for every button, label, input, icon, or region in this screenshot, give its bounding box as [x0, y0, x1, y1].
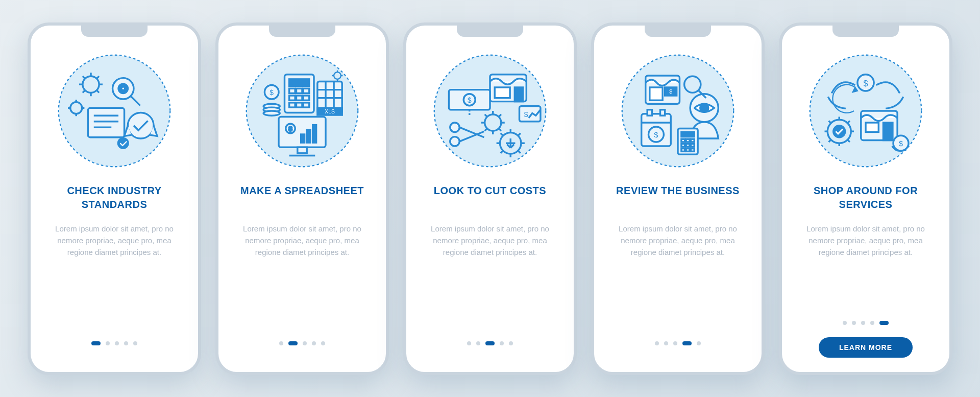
svg-rect-87	[681, 148, 685, 151]
dot-4[interactable]	[682, 341, 692, 345]
svg-rect-89	[691, 148, 694, 151]
dot-5[interactable]	[133, 341, 137, 345]
svg-text:$: $	[289, 126, 292, 132]
svg-point-100	[834, 125, 845, 137]
dot-5[interactable]	[879, 321, 889, 325]
slide-title: MAKE A SPREADSHEET	[235, 184, 369, 213]
onboarding-slide-3: $ $ LOOK TO CUT COSTS	[403, 22, 577, 375]
onboarding-slide-4: $ $	[591, 22, 765, 375]
svg-point-46	[263, 111, 280, 115]
phone-notch	[832, 26, 899, 37]
phone-notch	[269, 26, 335, 37]
dot-3[interactable]	[673, 341, 677, 345]
slide-title: CHECK INDUSTRY STANDARDS	[43, 184, 186, 213]
svg-rect-84	[681, 144, 685, 147]
svg-rect-83	[691, 139, 694, 142]
dot-1[interactable]	[279, 341, 283, 345]
slide-body: Lorem ipsum dolor sit amet, pro no nemor…	[231, 223, 374, 341]
pagination-dots	[467, 341, 513, 345]
svg-text:$: $	[654, 130, 658, 138]
pagination-dots	[655, 341, 701, 345]
dot-4[interactable]	[500, 341, 504, 345]
svg-rect-34	[303, 102, 309, 107]
slide-body: Lorem ipsum dolor sit amet, pro no nemor…	[606, 223, 749, 341]
dot-1[interactable]	[467, 341, 471, 345]
svg-text:XLS: XLS	[325, 108, 335, 114]
pagination-dots	[91, 341, 137, 345]
dot-5[interactable]	[321, 341, 325, 345]
svg-rect-22	[307, 129, 310, 142]
pagination-dots	[843, 321, 889, 325]
dot-2[interactable]	[476, 341, 480, 345]
dot-1[interactable]	[91, 341, 101, 345]
svg-text:$: $	[468, 96, 472, 104]
svg-rect-75	[660, 109, 665, 115]
dot-3[interactable]	[861, 321, 865, 325]
dot-2[interactable]	[288, 341, 298, 345]
svg-rect-80	[681, 132, 694, 136]
dot-2[interactable]	[664, 341, 668, 345]
svg-rect-17	[298, 147, 307, 153]
svg-rect-29	[289, 96, 296, 100]
svg-rect-30	[297, 96, 303, 100]
slide-body: Lorem ipsum dolor sit amet, pro no nemor…	[43, 223, 186, 341]
dot-4[interactable]	[312, 341, 316, 345]
phone-notch	[457, 26, 523, 37]
dot-3[interactable]	[485, 341, 495, 345]
phone-carousel: CHECK INDUSTRY STANDARDS Lorem ipsum dol…	[28, 22, 952, 375]
svg-point-57	[450, 123, 459, 132]
svg-text:$: $	[864, 78, 868, 87]
onboarding-slide-5: $ $	[779, 22, 952, 375]
cut-costs-icon: $ $	[431, 52, 549, 170]
svg-rect-68	[650, 87, 663, 100]
svg-point-11	[121, 86, 125, 90]
svg-rect-85	[686, 144, 690, 147]
svg-rect-74	[647, 109, 652, 115]
shop-icon: $ $	[807, 52, 924, 170]
svg-rect-33	[297, 102, 303, 107]
svg-rect-23	[313, 125, 316, 143]
svg-rect-26	[289, 88, 296, 93]
slide-title: REVIEW THE BUSINESS	[611, 184, 745, 213]
dot-2[interactable]	[852, 321, 856, 325]
svg-text:$: $	[524, 110, 528, 118]
svg-rect-81	[681, 139, 685, 142]
phone-notch	[645, 26, 711, 37]
learn-more-button[interactable]: LEARN MORE	[819, 337, 913, 358]
svg-point-58	[450, 136, 459, 146]
svg-text:$: $	[669, 88, 672, 94]
dot-5[interactable]	[509, 341, 513, 345]
slide-body: Lorem ipsum dolor sit amet, pro no nemor…	[794, 223, 937, 321]
slide-body: Lorem ipsum dolor sit amet, pro no nemor…	[419, 223, 561, 341]
phone-notch	[81, 26, 148, 37]
slide-title: SHOP AROUND FOR SERVICES	[794, 184, 937, 213]
spreadsheet-icon: $ XLS $	[243, 52, 361, 170]
dot-1[interactable]	[655, 341, 659, 345]
dot-2[interactable]	[106, 341, 110, 345]
dot-4[interactable]	[870, 321, 874, 325]
dot-4[interactable]	[124, 341, 128, 345]
svg-text:$: $	[899, 140, 903, 148]
svg-point-13	[117, 137, 129, 149]
dot-3[interactable]	[115, 341, 119, 345]
dot-3[interactable]	[303, 341, 307, 345]
svg-rect-28	[303, 88, 309, 93]
onboarding-slide-2: $ XLS $	[215, 22, 389, 375]
svg-rect-86	[691, 144, 694, 147]
svg-rect-51	[514, 87, 523, 102]
svg-rect-27	[297, 88, 303, 93]
svg-rect-21	[301, 134, 305, 143]
dot-1[interactable]	[843, 321, 847, 325]
pagination-dots	[279, 341, 325, 345]
svg-rect-31	[303, 96, 309, 100]
svg-rect-25	[289, 79, 309, 86]
slide-title: LOOK TO CUT COSTS	[429, 184, 551, 213]
svg-text:$: $	[270, 88, 274, 96]
svg-point-72	[700, 104, 708, 112]
svg-rect-88	[686, 148, 690, 151]
svg-rect-52	[495, 87, 510, 98]
onboarding-slide-1: CHECK INDUSTRY STANDARDS Lorem ipsum dol…	[28, 22, 201, 375]
standards-icon	[56, 52, 173, 170]
dot-5[interactable]	[697, 341, 701, 345]
svg-rect-82	[686, 139, 690, 142]
